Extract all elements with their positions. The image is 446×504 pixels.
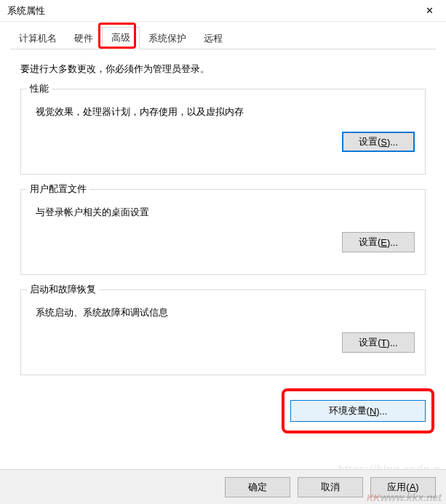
tab-label: 计算机名 (19, 33, 57, 44)
group-startup-legend: 启动和故障恢复 (27, 283, 99, 296)
window-title: 系统属性 (7, 4, 45, 17)
group-startup-desc: 系统启动、系统故障和调试信息 (36, 306, 415, 319)
startup-settings-button[interactable]: 设置(T)... (342, 332, 415, 353)
performance-settings-button[interactable]: 设置(S)... (342, 132, 415, 152)
tab-strip: 计算机名 硬件 高级 系统保护 远程 (0, 22, 446, 49)
cancel-button[interactable]: 取消 (298, 477, 363, 497)
tab-label: 硬件 (74, 33, 93, 44)
userprofile-settings-button[interactable]: 设置(E)... (342, 232, 415, 252)
tab-system-protection[interactable]: 系统保护 (140, 28, 195, 49)
envvar-row: 环境变量(N)... (0, 400, 446, 422)
titlebar: 系统属性 ✕ (0, 0, 446, 22)
apply-button[interactable]: 应用(A) (370, 477, 436, 497)
tab-label: 系统保护 (148, 33, 186, 44)
group-performance-desc: 视觉效果，处理器计划，内存使用，以及虚拟内存 (36, 105, 415, 119)
tab-remote[interactable]: 远程 (195, 28, 231, 49)
tab-advanced[interactable]: 高级 (102, 27, 140, 49)
group-performance: 性能 视觉效果，处理器计划，内存使用，以及虚拟内存 设置(S)... (20, 89, 426, 175)
close-icon: ✕ (426, 5, 434, 16)
group-userprofile-legend: 用户配置文件 (27, 183, 89, 196)
group-startup: 启动和故障恢复 系统启动、系统故障和调试信息 设置(T)... (20, 289, 426, 375)
tab-label: 高级 (111, 32, 130, 43)
dialog-footer: 确定 取消 应用(A) KKwww.kkx.net (0, 469, 446, 504)
ok-button[interactable]: 确定 (225, 477, 290, 497)
group-userprofile: 用户配置文件 与登录帐户相关的桌面设置 设置(E)... (20, 189, 426, 275)
tab-computer-name[interactable]: 计算机名 (10, 28, 65, 49)
intro-text: 要进行大多数更改，你必须作为管理员登录。 (20, 63, 426, 76)
tab-content-advanced: 要进行大多数更改，你必须作为管理员登录。 性能 视觉效果，处理器计划，内存使用，… (0, 49, 446, 397)
environment-variables-button[interactable]: 环境变量(N)... (290, 400, 426, 422)
tab-label: 远程 (204, 33, 223, 44)
tab-hardware[interactable]: 硬件 (65, 28, 102, 49)
close-button[interactable]: ✕ (413, 0, 446, 22)
group-performance-legend: 性能 (27, 82, 52, 95)
group-userprofile-desc: 与登录帐户相关的桌面设置 (36, 206, 415, 219)
